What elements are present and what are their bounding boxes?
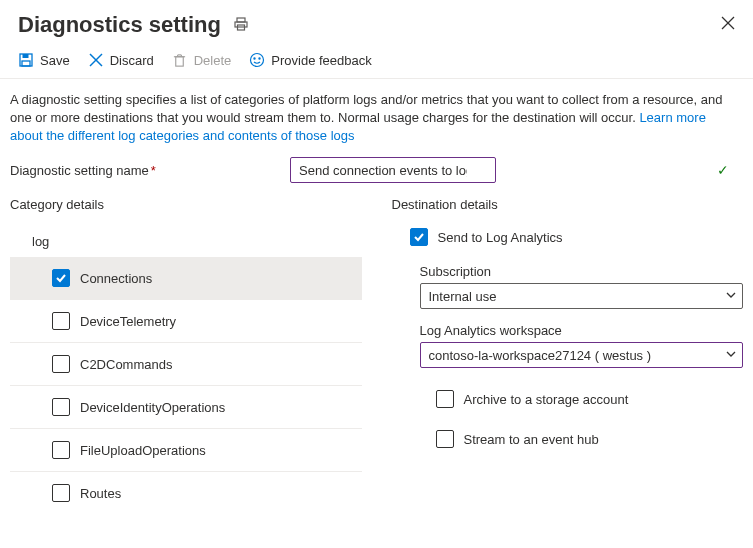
save-icon (18, 52, 34, 68)
checkbox-c2dcommands[interactable] (52, 355, 70, 373)
svg-point-17 (259, 58, 260, 59)
page-title: Diagnostics setting (18, 12, 221, 38)
dest-stream-row[interactable]: Stream to an event hub (392, 422, 744, 456)
save-button[interactable]: Save (18, 52, 70, 68)
checkbox-connections[interactable] (52, 269, 70, 287)
feedback-button[interactable]: Provide feedback (249, 52, 371, 68)
chevron-down-icon (726, 349, 736, 361)
log-row-routes[interactable]: Routes (10, 472, 362, 514)
diagnostic-name-input[interactable] (290, 157, 496, 183)
subscription-label: Subscription (420, 264, 744, 279)
page-header: Diagnostics setting (0, 0, 753, 46)
feedback-icon (249, 52, 265, 68)
delete-icon (172, 52, 188, 68)
valid-check-icon: ✓ (717, 162, 729, 178)
print-icon[interactable] (233, 16, 249, 35)
checkbox-routes[interactable] (52, 484, 70, 502)
discard-icon (88, 52, 104, 68)
checkbox-send-la[interactable] (410, 228, 428, 246)
destination-section-title: Destination details (392, 197, 744, 212)
svg-rect-10 (176, 56, 184, 65)
log-row-devicetelemetry[interactable]: DeviceTelemetry (10, 300, 362, 343)
svg-rect-7 (22, 61, 30, 66)
log-row-connections[interactable]: Connections (10, 257, 362, 300)
subscription-select[interactable]: Internal use (420, 283, 744, 309)
close-icon[interactable] (721, 16, 735, 34)
checkbox-archive[interactable] (436, 390, 454, 408)
checkbox-fileuploadops[interactable] (52, 441, 70, 459)
checkbox-deviceidentityops[interactable] (52, 398, 70, 416)
log-row-deviceidentityops[interactable]: DeviceIdentityOperations (10, 386, 362, 429)
svg-rect-0 (237, 18, 245, 22)
name-field-label: Diagnostic setting name* (10, 163, 290, 178)
workspace-label: Log Analytics workspace (420, 323, 744, 338)
description-text: A diagnostic setting specifies a list of… (0, 79, 753, 153)
svg-point-16 (254, 58, 255, 59)
discard-button[interactable]: Discard (88, 52, 154, 68)
dest-archive-row[interactable]: Archive to a storage account (392, 382, 744, 416)
category-section-title: Category details (10, 197, 362, 212)
workspace-select[interactable]: contoso-la-workspace27124 ( westus ) (420, 342, 744, 368)
checkbox-stream[interactable] (436, 430, 454, 448)
name-field-row: Diagnostic setting name* ✓ (0, 153, 753, 197)
log-category-list: Connections DeviceTelemetry C2DCommands … (10, 257, 362, 514)
checkbox-devicetelemetry[interactable] (52, 312, 70, 330)
log-row-c2dcommands[interactable]: C2DCommands (10, 343, 362, 386)
log-row-fileuploadops[interactable]: FileUploadOperations (10, 429, 362, 472)
svg-rect-6 (23, 54, 29, 58)
delete-button: Delete (172, 52, 232, 68)
svg-point-15 (251, 54, 264, 67)
chevron-down-icon (726, 290, 736, 302)
dest-send-la-row[interactable]: Send to Log Analytics (392, 224, 744, 254)
toolbar: Save Discard Delete Provide feedback (0, 46, 753, 79)
log-subtitle: log (10, 224, 362, 257)
